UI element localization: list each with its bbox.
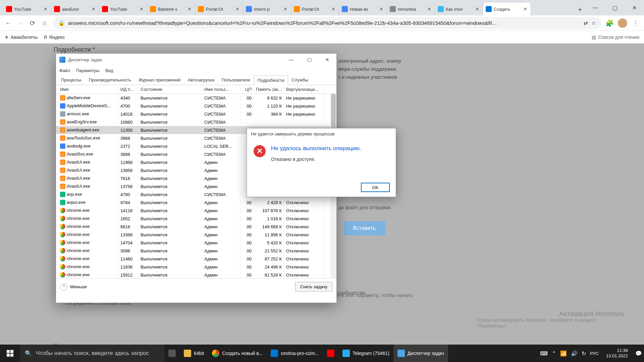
browser-tab[interactable]: YouTube✕ (3, 3, 51, 15)
tray-network-icon[interactable]: 📶 (560, 350, 567, 357)
fewer-details[interactable]: ⌃ Меньше (60, 283, 87, 291)
tab-close[interactable]: ✕ (43, 6, 48, 12)
taskbar-app[interactable]: Создать новый в... (208, 345, 267, 362)
tray-language[interactable]: РУС (590, 351, 599, 356)
taskmgr-tab[interactable]: Подробности (254, 75, 288, 85)
browser-tab[interactable]: Создать✕ (483, 3, 531, 15)
url-input[interactable]: 🔒 answers.microsoft.com/ru-ru/newthread?… (53, 17, 601, 29)
tab-close[interactable]: ✕ (475, 6, 480, 12)
process-icon (60, 119, 65, 125)
tab-close[interactable]: ✕ (139, 6, 144, 12)
chrome-menu[interactable]: ⋮ (632, 19, 639, 27)
browser-tab[interactable]: YouTube✕ (99, 3, 147, 15)
taskmgr-close[interactable]: ✕ (318, 54, 336, 66)
nav-forward[interactable]: → (17, 19, 24, 27)
tray-volume-icon[interactable]: 🔊 (571, 350, 578, 357)
taskbar-app[interactable]: Telegram (75461) (338, 345, 393, 362)
taskmgr-tab[interactable]: Журнал приложений (135, 75, 184, 85)
process-row[interactable]: avpui.exe9784ВыполняетсяАдмин002 428 КОт… (56, 198, 336, 206)
bookmark-icon: Я (44, 35, 47, 40)
browser-tab[interactable]: remontka✕ (387, 3, 435, 15)
bookmark-icon[interactable]: ☆ (591, 20, 596, 26)
window-maximize[interactable]: ▢ (605, 0, 625, 15)
window-close[interactable]: ✕ (625, 0, 644, 15)
column-header[interactable]: Имя (58, 87, 118, 92)
process-row[interactable]: chrome.exe11836ВыполняетсяАдмин0024 496 … (56, 263, 336, 271)
nav-back[interactable]: ← (5, 19, 12, 27)
column-header[interactable]: Имя польз... (202, 87, 240, 92)
taskbar-app[interactable]: cestina-pro-cizin... (267, 345, 323, 362)
process-row[interactable]: chrome.exe14704ВыполняетсяАдмин005 420 К… (56, 239, 336, 247)
new-tab-button[interactable]: + (574, 4, 586, 15)
taskmgr-menu-item[interactable]: Параметры (76, 68, 99, 73)
process-row[interactable]: AppleMobileDeviceS...4700ВыполняетсяСИСТ… (56, 102, 336, 110)
browser-tab[interactable]: Как откл✕ (435, 3, 483, 15)
extensions-icon[interactable]: 🧩 (606, 19, 613, 27)
process-row[interactable]: afwServ.exe4340ВыполняетсяСИСТЕМА008 632… (56, 94, 336, 102)
taskbar-app[interactable] (323, 345, 338, 362)
taskmgr-tab[interactable]: Службы (288, 75, 312, 85)
column-header[interactable]: ЦП (240, 87, 254, 92)
column-header[interactable]: Состояние (139, 87, 202, 92)
taskmgr-maximize[interactable]: ▢ (300, 54, 318, 66)
translate-icon[interactable]: ⇄ (584, 20, 588, 26)
process-row[interactable]: chrome.exe11460ВыполняетсяАдмин0087 252 … (56, 255, 336, 263)
process-row[interactable]: chrome.exe3096ВыполняетсяАдмин0021 552 К… (56, 247, 336, 255)
tab-close[interactable]: ✕ (283, 6, 288, 12)
taskmgr-minimize[interactable]: — (282, 54, 300, 66)
process-row[interactable]: armsvc.exe14016ВыполняетсяСИСТЕМА00384 К… (56, 110, 336, 118)
column-header[interactable]: ИД п... (118, 87, 139, 92)
process-row[interactable]: chrome.exe15912ВыполняетсяАдмин0081 528 … (56, 271, 336, 278)
notification-icon[interactable]: 💬 (635, 350, 642, 357)
reading-list[interactable]: ▤ Список для чтения (592, 35, 639, 40)
process-icon (60, 256, 65, 261)
taskbar-search[interactable]: 🔍 Чтобы начать поиск, введите здесь запр… (20, 345, 164, 362)
browser-tab[interactable]: амоБлог✕ (51, 3, 99, 15)
process-row[interactable]: chrome.exe14116ВыполняетсяАдмин00107 876… (56, 206, 336, 215)
tab-close[interactable]: ✕ (91, 6, 96, 12)
taskbar-clock[interactable]: 11:38 13.01.2022 (603, 348, 631, 358)
taskbar-app[interactable]: Диспетчер задач (393, 345, 448, 362)
process-row[interactable]: chrome.exe1652ВыполняетсяАдмин001 016 КО… (56, 215, 336, 223)
start-button[interactable] (0, 345, 20, 362)
taskbar-app[interactable]: 64bit (180, 345, 208, 362)
tray-chevron-icon[interactable]: ⌃ (552, 350, 556, 357)
nav-home[interactable]: ⌂ (41, 19, 48, 27)
taskmgr-menu-item[interactable]: Файл (59, 68, 70, 73)
tray-sync-icon[interactable]: ↻ (582, 350, 586, 357)
error-ok-button[interactable]: OK (361, 183, 390, 192)
browser-tab[interactable]: Portál:Ot✕ (195, 3, 243, 15)
tab-close[interactable]: ✕ (379, 6, 384, 12)
taskmgr-tab[interactable]: Производительность (85, 75, 135, 85)
browser-tab[interactable]: Новая вк✕ (339, 3, 387, 15)
insert-button[interactable]: Вставить (343, 221, 385, 235)
nav-reload[interactable]: ⟳ (29, 19, 36, 27)
process-row[interactable]: chrome.exe6616ВыполняетсяАдмин00149 668 … (56, 223, 336, 231)
bookmark-item[interactable]: ✈Авиабилеты (5, 35, 38, 40)
taskmgr-tab[interactable]: Пользователи (218, 75, 254, 85)
tab-close[interactable]: ✕ (523, 6, 528, 12)
taskmgr-tab[interactable]: Автозагрузка (184, 75, 218, 85)
profile-avatar[interactable] (618, 18, 627, 28)
browser-tab[interactable]: interní p✕ (243, 3, 291, 15)
taskmgr-titlebar[interactable]: Диспетчер задач — ▢ ✕ (56, 54, 336, 66)
tab-close[interactable]: ✕ (187, 6, 192, 12)
process-row[interactable]: aswEngSrv.exe10860ВыполняетсяСИСТЕМА (56, 118, 336, 126)
tab-favicon (6, 6, 12, 12)
window-minimize[interactable]: — (586, 0, 605, 15)
tray-keyboard-icon[interactable]: ⌨ (540, 350, 548, 357)
process-row[interactable]: chrome.exe13368ВыполняетсяАдмин0011 896 … (56, 231, 336, 239)
tab-favicon (54, 6, 60, 12)
taskmgr-tab[interactable]: Процессы (57, 75, 85, 85)
tab-close[interactable]: ✕ (235, 6, 240, 12)
browser-tab[interactable]: Bakterie s✕ (147, 3, 195, 15)
tab-close[interactable]: ✕ (427, 6, 432, 12)
end-task-button[interactable]: Снять задачу (295, 282, 332, 292)
bookmark-item[interactable]: ЯЯндекс (44, 35, 65, 40)
browser-tab[interactable]: Portál:Ot✕ (291, 3, 339, 15)
tab-close[interactable]: ✕ (331, 6, 336, 12)
column-header[interactable]: Память (ак... (254, 87, 284, 92)
column-header[interactable]: Виртуализаци... (284, 87, 324, 92)
taskmgr-menu-item[interactable]: Вид (105, 68, 113, 73)
task-view[interactable] (164, 345, 180, 362)
